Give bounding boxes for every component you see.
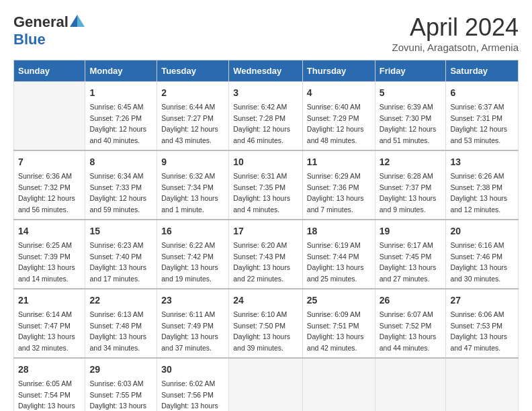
week-row-4: 21Sunrise: 6:14 AMSunset: 7:47 PMDayligh… [14,289,519,358]
column-header-wednesday: Wednesday [229,60,303,82]
week-row-5: 28Sunrise: 6:05 AMSunset: 7:54 PMDayligh… [14,358,519,411]
day-cell: 30Sunrise: 6:02 AMSunset: 7:56 PMDayligh… [157,358,229,411]
day-info: Sunrise: 6:22 AMSunset: 7:42 PMDaylight:… [161,241,218,283]
day-number: 9 [161,155,224,169]
day-number: 25 [307,293,371,308]
day-number: 2 [161,86,224,100]
day-cell: 15Sunrise: 6:23 AMSunset: 7:40 PMDayligh… [85,220,157,289]
day-info: Sunrise: 6:07 AMSunset: 7:52 PMDaylight:… [380,310,437,352]
day-cell: 16Sunrise: 6:22 AMSunset: 7:42 PMDayligh… [157,220,229,289]
day-info: Sunrise: 6:19 AMSunset: 7:44 PMDaylight:… [307,241,364,283]
day-info: Sunrise: 6:42 AMSunset: 7:28 PMDaylight:… [233,103,290,144]
column-header-saturday: Saturday [446,60,519,82]
logo-triangle-icon [70,15,85,30]
day-cell: 20Sunrise: 6:16 AMSunset: 7:46 PMDayligh… [446,220,519,289]
logo: General Blue [13,13,85,48]
day-cell: 17Sunrise: 6:20 AMSunset: 7:43 PMDayligh… [229,220,303,289]
day-number: 6 [450,86,514,100]
day-info: Sunrise: 6:03 AMSunset: 7:55 PMDaylight:… [89,379,146,411]
day-number: 19 [380,224,442,238]
day-number: 11 [307,155,371,169]
day-info: Sunrise: 6:11 AMSunset: 7:49 PMDaylight:… [161,310,218,352]
day-number: 14 [18,224,81,238]
day-number: 28 [18,363,81,377]
day-cell: 11Sunrise: 6:29 AMSunset: 7:36 PMDayligh… [302,150,375,220]
day-number: 23 [161,293,224,308]
day-number: 20 [450,224,514,238]
column-header-friday: Friday [375,60,446,82]
day-cell: 3Sunrise: 6:42 AMSunset: 7:28 PMDaylight… [229,82,303,151]
column-header-sunday: Sunday [14,60,85,82]
day-cell: 7Sunrise: 6:36 AMSunset: 7:32 PMDaylight… [14,150,85,220]
day-info: Sunrise: 6:17 AMSunset: 7:45 PMDaylight:… [380,241,437,283]
day-info: Sunrise: 6:29 AMSunset: 7:36 PMDaylight:… [307,172,364,214]
day-info: Sunrise: 6:28 AMSunset: 7:37 PMDaylight:… [380,172,437,214]
day-number: 5 [380,86,442,100]
day-cell: 12Sunrise: 6:28 AMSunset: 7:37 PMDayligh… [375,150,446,220]
day-info: Sunrise: 6:09 AMSunset: 7:51 PMDaylight:… [307,310,364,352]
page-header: General Blue April 2024 Zovuni, Aragatso… [13,13,519,53]
day-cell: 29Sunrise: 6:03 AMSunset: 7:55 PMDayligh… [85,358,157,411]
day-number: 7 [18,155,81,169]
month-title: April 2024 [392,13,519,42]
day-number: 29 [89,363,152,377]
day-number: 15 [89,224,152,238]
calendar-header-row: SundayMondayTuesdayWednesdayThursdayFrid… [14,60,519,82]
title-section: April 2024 Zovuni, Aragatsotn, Armenia [392,13,519,53]
day-info: Sunrise: 6:37 AMSunset: 7:31 PMDaylight:… [450,103,507,144]
day-info: Sunrise: 6:02 AMSunset: 7:56 PMDaylight:… [161,379,218,411]
day-number: 13 [450,155,514,169]
day-info: Sunrise: 6:36 AMSunset: 7:32 PMDaylight:… [18,172,75,214]
column-header-thursday: Thursday [302,60,375,82]
day-info: Sunrise: 6:06 AMSunset: 7:53 PMDaylight:… [450,310,507,352]
day-cell: 23Sunrise: 6:11 AMSunset: 7:49 PMDayligh… [157,289,229,358]
day-cell: 22Sunrise: 6:13 AMSunset: 7:48 PMDayligh… [85,289,157,358]
column-header-monday: Monday [85,60,157,82]
day-number: 8 [89,155,152,169]
day-info: Sunrise: 6:32 AMSunset: 7:34 PMDaylight:… [161,172,218,214]
logo-blue-text: Blue [13,31,46,48]
calendar-table: SundayMondayTuesdayWednesdayThursdayFrid… [13,60,519,411]
day-number: 3 [233,86,298,100]
day-cell: 28Sunrise: 6:05 AMSunset: 7:54 PMDayligh… [14,358,85,411]
day-cell: 10Sunrise: 6:31 AMSunset: 7:35 PMDayligh… [229,150,303,220]
day-info: Sunrise: 6:44 AMSunset: 7:27 PMDaylight:… [161,103,218,144]
day-number: 24 [233,293,298,308]
day-number: 1 [89,86,152,100]
day-cell [14,82,85,151]
day-cell: 19Sunrise: 6:17 AMSunset: 7:45 PMDayligh… [375,220,446,289]
svg-marker-0 [70,15,77,27]
day-cell: 8Sunrise: 6:34 AMSunset: 7:33 PMDaylight… [85,150,157,220]
day-number: 17 [233,224,298,238]
day-info: Sunrise: 6:13 AMSunset: 7:48 PMDaylight:… [89,310,146,352]
day-cell [446,358,519,411]
day-cell [229,358,303,411]
day-cell: 13Sunrise: 6:26 AMSunset: 7:38 PMDayligh… [446,150,519,220]
week-row-1: 1Sunrise: 6:45 AMSunset: 7:26 PMDaylight… [14,82,519,151]
column-header-tuesday: Tuesday [157,60,229,82]
day-number: 21 [18,293,81,308]
day-info: Sunrise: 6:14 AMSunset: 7:47 PMDaylight:… [18,310,75,352]
day-cell: 14Sunrise: 6:25 AMSunset: 7:39 PMDayligh… [14,220,85,289]
day-cell: 27Sunrise: 6:06 AMSunset: 7:53 PMDayligh… [446,289,519,358]
day-info: Sunrise: 6:40 AMSunset: 7:29 PMDaylight:… [307,103,364,144]
day-cell: 24Sunrise: 6:10 AMSunset: 7:50 PMDayligh… [229,289,303,358]
day-info: Sunrise: 6:26 AMSunset: 7:38 PMDaylight:… [450,172,507,214]
day-cell: 4Sunrise: 6:40 AMSunset: 7:29 PMDaylight… [302,82,375,151]
day-cell: 26Sunrise: 6:07 AMSunset: 7:52 PMDayligh… [375,289,446,358]
day-info: Sunrise: 6:20 AMSunset: 7:43 PMDaylight:… [233,241,290,283]
day-info: Sunrise: 6:10 AMSunset: 7:50 PMDaylight:… [233,310,290,352]
day-info: Sunrise: 6:31 AMSunset: 7:35 PMDaylight:… [233,172,290,214]
day-info: Sunrise: 6:25 AMSunset: 7:39 PMDaylight:… [18,241,75,283]
day-number: 26 [380,293,442,308]
day-info: Sunrise: 6:05 AMSunset: 7:54 PMDaylight:… [18,379,75,411]
day-cell [302,358,375,411]
day-cell: 6Sunrise: 6:37 AMSunset: 7:31 PMDaylight… [446,82,519,151]
day-info: Sunrise: 6:39 AMSunset: 7:30 PMDaylight:… [380,103,437,144]
day-number: 4 [307,86,371,100]
week-row-3: 14Sunrise: 6:25 AMSunset: 7:39 PMDayligh… [14,220,519,289]
day-number: 10 [233,155,298,169]
svg-marker-1 [77,15,85,27]
day-cell: 9Sunrise: 6:32 AMSunset: 7:34 PMDaylight… [157,150,229,220]
day-number: 30 [161,363,224,377]
